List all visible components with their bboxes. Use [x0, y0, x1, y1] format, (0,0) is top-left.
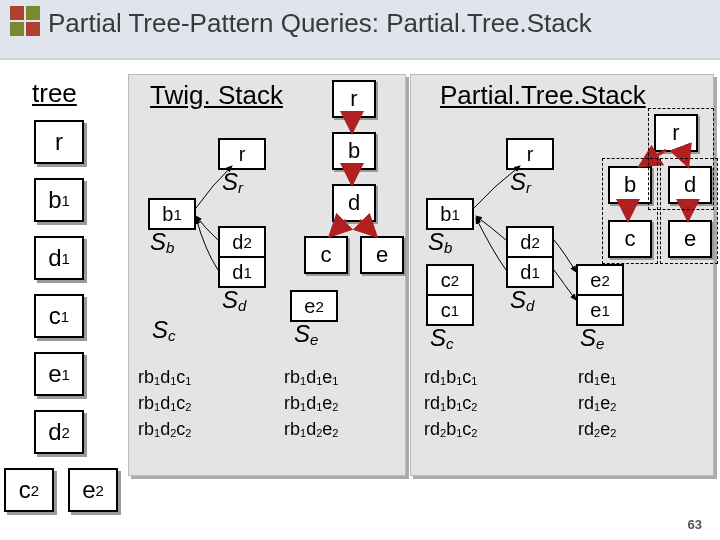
pts-se-cell2: e1: [576, 294, 624, 326]
left-heading: tree: [32, 78, 77, 109]
tree-node-e2: e2: [68, 468, 118, 512]
pts-results-right: rd1e1 rd1e2 rd2e2: [578, 366, 616, 444]
ts-sd-cell2: d1: [218, 256, 266, 288]
pts-heading: Partial.Tree.Stack: [440, 80, 646, 111]
q-node-c: c: [304, 236, 348, 274]
pts-sc-cell2: c1: [426, 294, 474, 326]
q-node-d: d: [332, 184, 376, 222]
pts-results-left: rd1b1c1 rd1b1c2 rd2b1c2: [424, 366, 477, 444]
pts-sb-label: Sb: [428, 228, 452, 256]
ts-sb-cell: b1: [148, 198, 196, 230]
tree-node-b1: b1: [34, 178, 84, 222]
ts-se-label: Se: [294, 320, 318, 348]
pts-sc-label: Sc: [430, 324, 454, 352]
tree-node-d1: d1: [34, 236, 84, 280]
tree-node-d2: d2: [34, 410, 84, 454]
ts-sr-cell: r: [218, 138, 266, 170]
deco-square: [10, 22, 24, 36]
q-node-r: r: [332, 80, 376, 118]
deco-square: [10, 6, 24, 20]
tree-node-c2: c2: [4, 468, 54, 512]
pts-sd-label: Sd: [510, 286, 534, 314]
ts-sr-label: Sr: [222, 168, 243, 196]
ts-sd-label: Sd: [222, 286, 246, 314]
pts-sc-cell1: c2: [426, 264, 474, 296]
ts-se-cell: e2: [290, 290, 338, 322]
q-node-e: e: [360, 236, 404, 274]
pts-sd-cell1: d2: [506, 226, 554, 258]
pts-sr-label: Sr: [510, 168, 531, 196]
ts-sd-cell1: d2: [218, 226, 266, 258]
page-number: 63: [688, 517, 702, 532]
tree-node-e1: e1: [34, 352, 84, 396]
q-node-b: b: [332, 132, 376, 170]
ts-results-left: rb1d1c1 rb1d1c2 rb1d2c2: [138, 366, 191, 444]
dashed-group-bc: [602, 158, 658, 264]
pts-se-cell1: e2: [576, 264, 624, 296]
pts-sb-cell: b1: [426, 198, 474, 230]
tree-node-c1: c1: [34, 294, 84, 338]
twigstack-heading: Twig. Stack: [150, 80, 283, 111]
ts-results-right: rb1d1e1 rb1d1e2 rb1d2e2: [284, 366, 338, 444]
pts-sr-cell: r: [506, 138, 554, 170]
deco-square: [26, 6, 40, 20]
tree-node-r: r: [34, 120, 84, 164]
deco-square: [26, 22, 40, 36]
dashed-group-de: [660, 158, 718, 264]
page-title: Partial Tree-Pattern Queries: Partial.Tr…: [48, 8, 592, 39]
ts-sc-label: Sc: [152, 316, 176, 344]
pts-se-label: Se: [580, 324, 604, 352]
pts-sd-cell2: d1: [506, 256, 554, 288]
ts-sb-label: Sb: [150, 228, 174, 256]
